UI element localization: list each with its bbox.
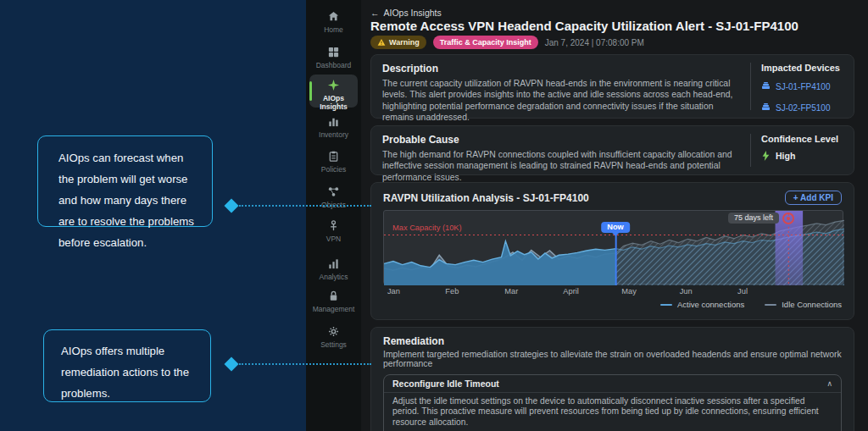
sidebar-item-policies[interactable]: Policies xyxy=(309,150,358,174)
x-axis-label: April xyxy=(563,287,579,296)
days-left-tooltip: 75 days left xyxy=(728,213,779,224)
x-axis-label: Jan xyxy=(387,287,400,296)
annotation-callout-forecast: AIOps can forecast when the problem will… xyxy=(37,135,213,227)
remediation-action-title: Reconfigure Idle Timeout xyxy=(392,379,499,389)
legend-item: Idle Connections xyxy=(765,300,842,309)
remediation-card: Remediation Implement targeted remediati… xyxy=(370,327,854,431)
vpn-icon xyxy=(309,219,358,233)
callout-text: AIOps can forecast when the problem will… xyxy=(58,152,194,249)
dotted-connector-line xyxy=(239,363,371,365)
probable-cause-heading: Probable Cause xyxy=(382,134,740,146)
confidence-bolt-icon xyxy=(761,151,771,161)
breadcrumb-label: AIOps Insights xyxy=(384,8,442,18)
sidebar-item-analytics[interactable]: Analytics xyxy=(309,257,358,281)
sidebar-item-label: VPN xyxy=(309,235,358,243)
device-name: SJ-02-FP5100 xyxy=(776,103,830,113)
legend-swatch xyxy=(660,304,672,306)
remediation-subtitle: Implement targeted remediation strategie… xyxy=(383,350,842,368)
sidebar-item-management[interactable]: Management xyxy=(309,290,358,313)
remediation-action-body: Adjust the idle timeout settings on the … xyxy=(384,392,841,428)
annotation-panel: AIOps can forecast when the problem will… xyxy=(0,0,306,431)
add-kpi-button[interactable]: + Add KPI xyxy=(785,191,842,205)
legend-item: Active connections xyxy=(660,300,744,309)
escalation-alert-icon xyxy=(782,213,794,224)
probable-cause-card: Probable Cause The high demand for RAVPN… xyxy=(370,125,854,175)
aiops-insights-icon xyxy=(309,79,358,92)
sidebar-item-dashboard[interactable]: Dashboard xyxy=(309,46,358,69)
sidebar-item-label: Policies xyxy=(309,165,358,174)
x-axis-label: Mar xyxy=(504,287,518,296)
legend-label: Idle Connections xyxy=(782,300,842,309)
x-axis-label: Jul xyxy=(737,287,748,296)
now-marker: Now xyxy=(601,222,630,233)
alert-timestamp: Jan 7, 2024 | 07:08:00 PM xyxy=(545,38,644,47)
sidebar-item-aiops-insights[interactable]: AIOps Insights xyxy=(309,75,358,108)
vertical-divider xyxy=(750,134,751,167)
remediation-heading: Remediation xyxy=(383,335,842,347)
utilization-chart: Max Capacity (10K) Now 75 days left xyxy=(383,210,843,285)
sidebar-item-label: Inventory xyxy=(309,130,358,139)
impacted-devices-heading: Impacted Devices xyxy=(761,63,843,73)
screenshot-root: AIOps can forecast when the problem will… xyxy=(0,0,868,431)
x-axis-label: Feb xyxy=(445,287,459,296)
legend-swatch xyxy=(765,304,776,306)
insight-type-badge: Traffic & Capacity Insight xyxy=(433,36,538,49)
home-icon xyxy=(309,10,358,24)
dotted-connector-line xyxy=(239,205,371,207)
inventory-icon xyxy=(309,115,358,129)
analytics-icon xyxy=(309,257,358,271)
main-content: ←AIOps Insights Remote Access VPN Headen… xyxy=(361,0,868,431)
vertical-divider xyxy=(750,63,751,110)
callout-text: AIOps offers multiple remediation action… xyxy=(61,345,189,400)
x-axis-label: Jun xyxy=(680,287,693,296)
utilization-analysis-card: RAVPN Utilization Analysis - SJ-01-FP410… xyxy=(370,182,854,320)
breadcrumb[interactable]: ←AIOps Insights xyxy=(370,8,442,18)
management-icon xyxy=(309,290,358,303)
max-capacity-label: Max Capacity (10K) xyxy=(392,224,462,232)
sidebar-item-label: Management xyxy=(309,305,358,313)
dashboard-icon xyxy=(309,46,358,59)
probable-cause-body: The high demand for RAVPN connections co… xyxy=(382,149,740,183)
chevron-up-icon[interactable]: ∧ xyxy=(826,379,832,388)
sidebar-item-label: Settings xyxy=(309,340,358,349)
chart-legend: Active connectionsIdle Connections xyxy=(383,300,842,309)
warning-icon xyxy=(377,38,386,47)
legend-label: Active connections xyxy=(677,300,744,309)
sidebar-item-vpn[interactable]: VPN xyxy=(309,219,358,243)
sidebar-nav: HomeDashboardAIOps InsightsInventoryPoli… xyxy=(306,0,361,431)
sidebar-item-home[interactable]: Home xyxy=(309,10,358,34)
policies-icon xyxy=(309,150,358,163)
description-heading: Description xyxy=(382,63,740,75)
device-name: SJ-01-FP4100 xyxy=(776,82,830,91)
device-icon xyxy=(761,100,771,115)
confidence-level-value: High xyxy=(776,151,795,161)
x-axis-label: May xyxy=(621,287,637,296)
annotation-callout-remediation: AIOps offers multiple remediation action… xyxy=(43,329,211,402)
description-body: The current capacity utilization of RAVP… xyxy=(382,78,740,124)
device-icon xyxy=(761,79,771,94)
sidebar-item-label: Analytics xyxy=(309,273,358,281)
sidebar-item-label: AIOps Insights xyxy=(309,94,358,111)
accordion-header[interactable]: Reconfigure Idle Timeout ∧ xyxy=(384,375,841,392)
page-title: Remote Access VPN Headend Capacity Utili… xyxy=(370,19,798,33)
x-axis-labels: JanFebMarAprilMayJunJul xyxy=(383,287,843,298)
badges-row: Warning Traffic & Capacity Insight Jan 7… xyxy=(370,36,644,49)
description-card: Description The current capacity utiliza… xyxy=(370,54,854,119)
sidebar-item-settings[interactable]: Settings xyxy=(309,325,358,349)
sidebar-item-label: Home xyxy=(309,25,358,34)
sidebar-item-inventory[interactable]: Inventory xyxy=(309,115,358,139)
settings-icon xyxy=(309,325,358,339)
impacted-device-link[interactable]: SJ-02-FP5100 xyxy=(761,100,843,115)
back-arrow-icon: ← xyxy=(370,8,380,18)
objects-icon xyxy=(309,185,358,199)
severity-badge: Warning xyxy=(370,36,426,49)
chart-title: RAVPN Utilization Analysis - SJ-01-FP410… xyxy=(383,192,589,204)
remediation-action-panel: Reconfigure Idle Timeout ∧ Adjust the id… xyxy=(383,374,842,431)
impacted-devices-list: SJ-01-FP4100SJ-02-FP5100 xyxy=(761,79,843,115)
severity-badge-label: Warning xyxy=(389,38,420,47)
confidence-level-heading: Confidence Level xyxy=(761,134,843,144)
impacted-device-link[interactable]: SJ-01-FP4100 xyxy=(761,79,843,94)
sidebar-item-label: Dashboard xyxy=(309,61,358,69)
